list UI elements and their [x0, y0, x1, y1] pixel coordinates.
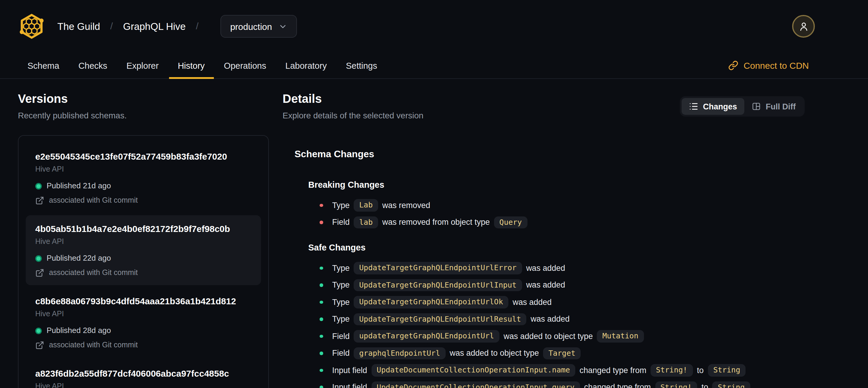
publish-status: Published 21d ago: [35, 181, 251, 191]
change-text: Type: [332, 315, 350, 324]
publish-status: Published 28d ago: [35, 326, 251, 335]
tab-history[interactable]: History: [168, 53, 214, 78]
change-text: Type: [332, 298, 350, 307]
code-badge: String!: [651, 364, 693, 376]
git-commit-label: associated with Git commit: [49, 268, 138, 277]
safe-change-item: Input fieldUpdateDocumentCollectionOpera…: [308, 379, 805, 388]
version-list-item[interactable]: c8b6e88a06793b9c4dfd54aaa21b36a1b421d812…: [26, 288, 261, 358]
chain-link-icon: [728, 60, 738, 70]
breadcrumb-separator: /: [110, 21, 113, 32]
safe-bullet-icon: [319, 386, 328, 388]
breadcrumb-org[interactable]: The Guild: [57, 21, 100, 32]
code-badge: UpdateTargetGraphQLEndpointUrlResult: [354, 313, 527, 325]
full-diff-view-label: Full Diff: [766, 102, 796, 111]
publish-status: Published 22d ago: [35, 253, 251, 263]
change-text: Type: [332, 201, 350, 210]
safe-change-item: TypeUpdateTargetGraphQLEndpointUrlInputw…: [308, 276, 805, 294]
published-status-dot-icon: [35, 255, 42, 262]
safe-bullet-icon: [319, 352, 328, 355]
schema-changes-title: Schema Changes: [294, 148, 805, 161]
safe-change-item: FieldupdateTargetGraphQLEndpointUrlwas a…: [308, 328, 805, 345]
tab-laboratory[interactable]: Laboratory: [276, 53, 336, 78]
code-badge: UpdateTargetGraphQLEndpointUrlInput: [354, 279, 522, 291]
external-link-icon: [35, 340, 44, 350]
published-status-dot-icon: [35, 327, 42, 334]
git-commit-link[interactable]: associated with Git commit: [35, 268, 251, 277]
connect-cdn-link[interactable]: Connect to CDN: [728, 60, 809, 70]
code-badge: Mutation: [597, 330, 644, 342]
code-badge: graphqlEndpointUrl: [354, 347, 446, 359]
view-toggle: Changes Full Diff: [680, 96, 805, 117]
change-text: was added: [526, 281, 565, 290]
breaking-bullet-icon: [319, 220, 328, 224]
safe-change-item: Input fieldUpdateDocumentCollectionOpera…: [308, 362, 805, 379]
tab-checks[interactable]: Checks: [69, 53, 117, 78]
tab-operations[interactable]: Operations: [214, 53, 276, 78]
changes-view-button[interactable]: Changes: [681, 98, 744, 115]
change-text: Type: [332, 281, 350, 290]
change-text: was added to object type: [504, 332, 593, 341]
change-text: changed type from: [580, 366, 646, 375]
breadcrumb: The Guild / GraphQL Hive / production: [0, 0, 868, 53]
safe-change-item: TypeUpdateTargetGraphQLEndpointUrlOkwas …: [308, 294, 805, 310]
code-badge: String!: [655, 381, 697, 388]
change-text: to: [697, 366, 704, 375]
details-title-block: Details Explore details of the selected …: [283, 91, 424, 121]
tab-schema[interactable]: Schema: [18, 53, 69, 78]
main-nav: Schema Checks Explorer History Operation…: [0, 53, 868, 79]
version-list-item[interactable]: a823f6db2a55df877dcf406006abca97fcc4858c…: [26, 360, 261, 388]
safe-change-item: TypeUpdateTargetGraphQLEndpointUrlErrorw…: [308, 260, 805, 276]
safe-bullet-icon: [319, 318, 328, 321]
details-panel: Details Explore details of the selected …: [283, 91, 805, 388]
change-text: Input field: [332, 366, 367, 375]
safe-changes-title: Safe Changes: [308, 241, 805, 253]
safe-bullet-icon: [319, 368, 328, 372]
git-commit-link[interactable]: associated with Git commit: [35, 196, 251, 205]
version-list-item[interactable]: 4b05ab51b1b4a7e2e4b0ef82172f2b9f7ef98c0b…: [26, 215, 261, 285]
breaking-changes-list: TypeLabwas removedFieldlabwas removed fr…: [308, 197, 805, 231]
git-commit-label: associated with Git commit: [49, 340, 138, 350]
versions-subtitle: Recently published schemas.: [18, 110, 269, 121]
user-avatar-button[interactable]: [792, 15, 815, 38]
safe-change-item: FieldgraphqlEndpointUrlwas added to obje…: [308, 345, 805, 362]
safe-change-item: TypeUpdateTargetGraphQLEndpointUrlResult…: [308, 310, 805, 328]
commit-hash: 4b05ab51b1b4a7e2e4b0ef82172f2b9f7ef98c0b: [35, 223, 251, 235]
schema-changes-body: Breaking Changes TypeLabwas removedField…: [308, 179, 805, 388]
version-list: e2e55045345ce13fe07f52a77459b83fa3fe7020…: [18, 135, 269, 388]
connect-cdn-label: Connect to CDN: [744, 60, 809, 70]
full-diff-view-button[interactable]: Full Diff: [744, 98, 803, 115]
version-list-item[interactable]: e2e55045345ce13fe07f52a77459b83fa3fe7020…: [26, 143, 261, 213]
git-commit-link[interactable]: associated with Git commit: [35, 340, 251, 350]
breaking-change-item: TypeLabwas removed: [308, 197, 805, 214]
change-text: Field: [332, 332, 350, 341]
versions-title: Versions: [18, 91, 269, 107]
safe-bullet-icon: [319, 283, 328, 287]
safe-bullet-icon: [319, 300, 328, 304]
safe-bullet-icon: [319, 334, 328, 338]
code-badge: Query: [494, 216, 527, 228]
header: The Guild / GraphQL Hive / production Sc…: [0, 0, 868, 79]
hive-logo[interactable]: [18, 12, 45, 40]
safe-changes-list: TypeUpdateTargetGraphQLEndpointUrlErrorw…: [308, 260, 805, 388]
commit-hash: a823f6db2a55df877dcf406006abca97fcc4858c: [35, 368, 251, 380]
service-name: Hive API: [35, 309, 251, 319]
breaking-bullet-icon: [319, 204, 328, 207]
publish-time-label: Published 28d ago: [46, 326, 111, 335]
hive-honeycomb-icon: [18, 12, 45, 40]
details-subtitle: Explore details of the selected version: [283, 110, 424, 121]
details-header: Details Explore details of the selected …: [283, 91, 805, 121]
code-badge: UpdateTargetGraphQLEndpointUrlError: [354, 262, 522, 274]
code-badge: String: [708, 364, 746, 376]
change-text: was added to object type: [450, 349, 539, 358]
person-icon: [798, 21, 809, 32]
commit-hash: c8b6e88a06793b9c4dfd54aaa21b36a1b421d812: [35, 295, 251, 307]
tab-settings[interactable]: Settings: [336, 53, 387, 78]
safe-bullet-icon: [319, 266, 328, 270]
target-selector-value: production: [230, 21, 272, 31]
code-badge: updateTargetGraphQLEndpointUrl: [354, 330, 500, 342]
chevron-down-icon: [279, 22, 288, 31]
breadcrumb-project[interactable]: GraphQL Hive: [123, 21, 186, 32]
target-selector[interactable]: production: [221, 15, 297, 38]
change-text: was removed from object type: [382, 218, 490, 227]
tab-explorer[interactable]: Explorer: [117, 53, 168, 78]
